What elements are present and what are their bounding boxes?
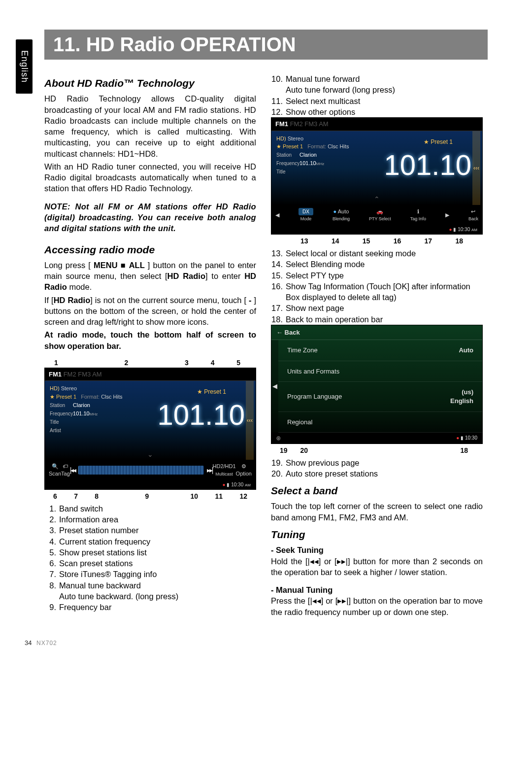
callout-7: 7 <box>74 492 78 501</box>
preset-badge-2: ★ Preset 1 <box>424 138 453 146</box>
format-label: Format: <box>81 394 100 400</box>
freq-label-2: Frequency <box>276 160 298 167</box>
settings-row[interactable]: Units and Formats <box>278 361 482 382</box>
format-value-2: Clsc Hits <box>328 143 349 149</box>
page-footer: 34 NX702 <box>25 639 507 647</box>
list-item: 2.Information area <box>44 514 256 525</box>
t: Long press [ <box>44 261 94 270</box>
hd-icon: HD) <box>50 385 60 391</box>
back-button[interactable]: ↩Back <box>468 208 478 223</box>
callout-15: 15 <box>363 237 370 246</box>
band-inactive[interactable]: FM2 FM3 AM <box>64 371 102 378</box>
band-inactive-2[interactable]: FM2 FM3 AM <box>290 120 329 128</box>
band-bar[interactable]: FM1 FM2 FM3 AM <box>45 368 256 381</box>
callout-4: 4 <box>211 358 215 368</box>
title-label: Title <box>50 419 71 426</box>
option-button[interactable]: ⚙Option <box>236 463 252 477</box>
scan-button[interactable]: 🔍Scan <box>49 463 61 477</box>
manual-tuning-head: - Manual Tuning <box>271 584 483 595</box>
list-item: 12.Show other options <box>271 106 483 117</box>
list-item: 16.Show Tag Information (Touch [OK] afte… <box>271 281 483 303</box>
chevron-up-icon[interactable]: ⌃ <box>271 195 482 204</box>
frequency-bar[interactable] <box>78 466 203 475</box>
seek-tuning-body: Hold the [|◂◂] or [▸▸|] button for more … <box>271 556 483 578</box>
t: ] or [ <box>319 557 337 566</box>
dx-button[interactable]: DXMode <box>299 208 313 223</box>
back-row[interactable]: ← Back <box>271 325 482 341</box>
seek-prev-icon-2: |◂◂ <box>310 596 321 605</box>
list-item: 4.Current station frequency <box>44 536 256 547</box>
clock-bar-2: ● ▮ 10:30 AM <box>271 225 482 234</box>
callout-5: 5 <box>236 358 240 368</box>
info-area-2: HD) Stereo ★ Preset 1 Format: Clsc Hits … <box>271 131 482 205</box>
list-item: 15.Select PTY type <box>271 270 483 281</box>
tag-button[interactable]: 🏷Tag <box>61 463 70 477</box>
auto-store-icon[interactable]: ◎ <box>276 435 281 442</box>
legend-list-4: 19.Show previous page20.Auto store prese… <box>271 457 483 479</box>
station-value: Clarion <box>73 402 90 408</box>
access-bold-hint: At radio mode, touch the bottom half of … <box>44 329 256 351</box>
seek-backward-button[interactable]: |◂◂ <box>70 466 76 475</box>
seek-next-icon: ▸▸| <box>337 557 348 566</box>
legend-list-3: 13.Select local or distant seeking mode1… <box>271 248 483 325</box>
band-active[interactable]: FM1 <box>49 371 62 378</box>
callout-14: 14 <box>332 237 339 246</box>
list-item: 6.Scan preset stations <box>44 558 256 569</box>
list-item: 1.Band switch <box>44 503 256 514</box>
next-page-icon[interactable]: ▶ <box>445 211 449 219</box>
legend-list-1: 1.Band switch2.Information area3.Preset … <box>44 503 256 613</box>
prev-page-icon[interactable]: ◀ <box>275 211 279 219</box>
callout-2: 2 <box>125 358 129 368</box>
operation-bar: 🔍Scan 🏷Tag |◂◂ ▸▸| HD2/HD1Multicast ⚙Opt… <box>45 460 256 480</box>
callouts-mid: 13 14 15 16 17 18 <box>271 237 483 246</box>
preset-list-icon-2[interactable]: ‹‹‹ <box>472 131 480 205</box>
band-bar-2[interactable]: FM1 FM2 FM3 AM <box>271 118 482 131</box>
list-item: 3.Preset station number <box>44 525 256 536</box>
title-label-2: Title <box>276 169 298 175</box>
station-label-2: Station <box>276 152 298 159</box>
t: ] or [ <box>321 596 338 605</box>
callouts-top: 1 2 3 4 5 <box>44 358 256 368</box>
callout-9: 9 <box>145 492 149 501</box>
multicast-button[interactable]: HD2/HD1Multicast <box>213 463 236 477</box>
list-item: 20.Auto store preset stations <box>271 468 483 479</box>
heading-tuning: Tuning <box>271 528 483 542</box>
preset-list-icon[interactable]: ‹‹‹ <box>246 381 254 460</box>
list-item: 14.Select Blending mode <box>271 259 483 270</box>
heading-access: Accessing radio mode <box>44 243 256 257</box>
prev-page-arrow[interactable]: ◀ <box>271 340 278 433</box>
settings-row[interactable]: Regional <box>278 412 482 433</box>
page-number: 34 <box>25 639 32 647</box>
artist-label: Artist <box>50 427 71 434</box>
callout-8: 8 <box>95 492 99 501</box>
preset-info: ★ Preset 1 <box>50 394 76 400</box>
select-band-para: Touch the top left corner of the screen … <box>271 501 483 523</box>
menu-all-label: MENU ■ ALL <box>94 261 145 270</box>
list-item: 18.Back to main operation bar <box>271 314 483 325</box>
hd-icon-2: HD) <box>276 136 286 141</box>
list-item: 5.Show preset stations list <box>44 547 256 558</box>
chevron-down-icon[interactable]: ⌄ <box>45 450 256 459</box>
list-item: 9.Frequency bar <box>44 602 256 613</box>
callout-3: 3 <box>185 358 189 368</box>
list-item: 7.Store iTunes® Tagging info <box>44 569 256 579</box>
pty-button[interactable]: 🚗PTY Select <box>369 208 391 223</box>
tag-info-button[interactable]: ℹTag Info <box>410 208 426 223</box>
hdradio-label: HD Radio <box>167 272 205 280</box>
right-column: 10.Manual tune forwardAuto tune forward … <box>271 71 483 619</box>
callouts-bottom: 6 7 8 9 10 11 12 <box>44 492 256 501</box>
callout-11: 11 <box>215 492 223 501</box>
clock-ampm: AM <box>245 483 251 487</box>
blending-button[interactable]: ● AutoBlending <box>332 208 350 223</box>
heading-about: About HD Radio™ Technology <box>44 76 256 90</box>
list-item: 11.Select next multicast <box>271 96 483 106</box>
seek-forward-button[interactable]: ▸▸| <box>207 466 213 475</box>
callout-16: 16 <box>394 237 401 246</box>
callout-18: 18 <box>455 237 463 246</box>
radio-screen-1: FM1 FM2 FM3 AM HD) Stereo ★ Preset 1 For… <box>44 368 256 490</box>
settings-row[interactable]: Time ZoneAuto <box>278 340 482 361</box>
settings-row[interactable]: Program Language(us)English <box>278 382 482 411</box>
about-para-2: With an HD Radio tuner connected, you wi… <box>44 161 256 194</box>
seek-tuning-head: - Seek Tuning <box>271 545 483 555</box>
band-active-2[interactable]: FM1 <box>275 120 288 128</box>
